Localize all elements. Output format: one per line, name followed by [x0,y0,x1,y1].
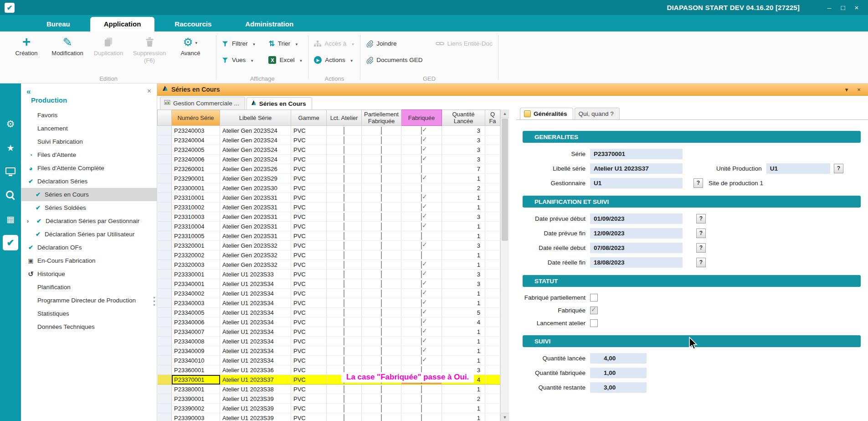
table-row[interactable]: P23390002 Atelier U1 2023S39 PVC 1 [158,404,500,413]
sidebar-item[interactable]: En-Cours Fabrication [21,254,157,267]
table-row[interactable]: P23310005 Atelier Gen 2023S31 PVC 1 [158,231,500,241]
expand-arrow-icon[interactable] [27,218,32,224]
fabriquee-checkbox[interactable] [421,328,422,336]
row-selector[interactable] [158,203,172,212]
cell-quantite-lancee[interactable]: 3 [442,212,485,222]
cell-quantite-lancee[interactable]: 4 [442,317,485,327]
lct-atelier-checkbox[interactable] [344,242,344,249]
cell-quantite-lancee[interactable]: 1 [442,193,485,203]
cell-quantite-lancee[interactable]: 1 [442,222,485,231]
row-selector[interactable] [158,346,172,356]
row-selector[interactable] [158,260,172,270]
partiellement-fabriquee-checkbox[interactable] [381,203,382,211]
cell-libelle-serie[interactable]: Atelier Gen 2023S26 [220,164,291,174]
cell-gamme[interactable]: PVC [291,203,327,212]
sidebar-item[interactable]: Programme Directeur de Production [21,294,157,307]
table-row[interactable]: P23260001 Atelier Gen 2023S26 PVC 7 [158,164,500,174]
cell-numero-serie[interactable]: P23240004 [172,135,220,145]
cell-quantite-lancee[interactable]: 1 [442,404,485,413]
cell-quantite-lancee[interactable]: 3 [442,279,485,289]
cell-quantite-lancee[interactable]: 1 [442,385,485,394]
cell-numero-serie[interactable]: P23310002 [172,203,220,212]
cell-quantite-lancee[interactable]: 1 [442,346,485,356]
cell-gamme[interactable]: PVC [291,298,327,308]
cell-quantite-lancee[interactable]: 5 [442,308,485,317]
column-header-quantite-fabriquee[interactable]: Q Fa [485,110,500,126]
cell-numero-serie[interactable]: P23340003 [172,298,220,308]
cell-quantite-lancee[interactable]: 1 [442,250,485,260]
cell-quantite-lancee[interactable]: 1 [442,413,485,421]
cell-gamme[interactable]: PVC [291,413,327,421]
cell-libelle-serie[interactable]: Atelier U1 2023S34 [220,356,291,365]
cell-gamme[interactable]: PVC [291,394,327,404]
nav-icon-button[interactable] [3,211,18,227]
cell-gamme[interactable]: PVC [291,183,327,193]
sidebar-item[interactable]: Déclaration Séries [21,175,157,188]
suppression-button[interactable]: Suppression (F6) [129,33,169,64]
fabriquee-checkbox[interactable] [421,357,422,364]
maximize-button[interactable]: □ [836,4,850,11]
excel-button[interactable]: X Excel [268,54,303,66]
cell-libelle-serie[interactable]: Atelier U1 2023S39 [220,413,291,421]
cell-gamme[interactable]: PVC [291,289,327,298]
close-sidebar-button[interactable] [147,87,151,96]
lct-atelier-checkbox[interactable] [344,156,344,163]
table-row[interactable]: P23310003 Atelier Gen 2023S31 PVC 3 [158,212,500,222]
cell-numero-serie[interactable]: P23380001 [172,385,220,394]
table-row[interactable]: P23390003 Atelier U1 2023S39 PVC 1 [158,413,500,421]
table-row[interactable]: P23340010 Atelier U1 2023S34 PVC 1 [158,356,500,365]
lct-atelier-checkbox[interactable] [344,338,344,345]
date-input[interactable]: 12/09/2023 [590,228,683,239]
cell-numero-serie[interactable]: P23340006 [172,317,220,327]
cell-quantite-lancee[interactable]: 1 [442,203,485,212]
table-row[interactable]: P23340005 Atelier U1 2023S34 PVC 5 [158,308,500,317]
cell-libelle-serie[interactable]: Atelier U1 2023S36 [220,365,291,375]
column-header-gamme[interactable]: Gamme [291,110,327,126]
fabriquee-checkbox[interactable] [421,299,422,307]
nav-icon-button[interactable] [3,116,18,132]
sidebar-item[interactable]: Historique [21,267,157,281]
cell-quantite-lancee[interactable]: 7 [442,164,485,174]
acces-a-button[interactable]: Accès à [314,37,354,50]
table-row[interactable]: P23240006 Atelier Gen 2023S24 PVC 3 [158,155,500,164]
row-selector[interactable] [158,145,172,155]
row-selector[interactable] [158,222,172,231]
menu-tab[interactable]: Administration [231,17,307,31]
lct-atelier-checkbox[interactable] [344,146,344,154]
cell-numero-serie[interactable]: P23240005 [172,145,220,155]
cell-numero-serie[interactable]: P23310004 [172,222,220,231]
panel-collapse-button[interactable]: ▾ [842,86,851,93]
fabriquee-checkbox[interactable] [421,309,422,317]
row-selector[interactable] [158,375,172,385]
column-header-lct-atelier[interactable]: Lct. Atelier [327,110,362,126]
lct-atelier-checkbox[interactable] [344,175,344,182]
row-selector[interactable] [158,404,172,413]
fabriquee-checkbox[interactable] [421,318,422,326]
tab-gestion-commerciale[interactable]: Gestion Commerciale ... [160,97,245,109]
row-selector[interactable] [158,413,172,421]
partiellement-fabriquee-checkbox[interactable] [381,395,382,403]
fabriquee-checkbox[interactable] [421,242,422,249]
partiellement-fabriquee-checkbox[interactable] [381,309,382,317]
table-row[interactable]: P23310002 Atelier Gen 2023S31 PVC 1 [158,203,500,212]
vues-button[interactable]: Vues [222,54,256,66]
cell-gamme[interactable]: PVC [291,135,327,145]
cell-libelle-serie[interactable]: Atelier Gen 2023S31 [220,212,291,222]
cell-gamme[interactable]: PVC [291,356,327,365]
fabriquee-checkbox[interactable] [421,261,422,269]
cell-gamme[interactable]: PVC [291,193,327,203]
fabriquee-checkbox[interactable] [421,184,422,192]
cell-gamme[interactable]: PVC [291,385,327,394]
sidebar-item[interactable]: Données Techniques [21,320,157,333]
cell-gamme[interactable]: PVC [291,375,327,385]
statut-checkbox[interactable] [590,307,598,314]
help-button[interactable]: ? [834,164,843,173]
cell-libelle-serie[interactable]: Atelier U1 2023S39 [220,394,291,404]
lct-atelier-checkbox[interactable] [344,290,344,297]
close-button[interactable]: × [850,4,863,11]
joindre-button[interactable]: Joindre [366,37,422,50]
help-button[interactable]: ? [696,243,706,253]
cell-libelle-serie[interactable]: Atelier Gen 2023S31 [220,193,291,203]
table-row[interactable]: P23290001 Atelier Gen 2023S29 PVC 1 [158,174,500,183]
fabriquee-checkbox[interactable] [421,290,422,297]
